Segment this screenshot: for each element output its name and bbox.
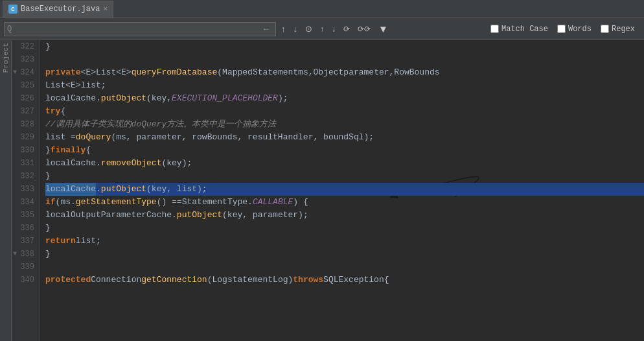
line-number: 337 — [14, 235, 34, 248]
search-input-wrapper: Q ← — [4, 22, 276, 36]
scope-icon: ↓ — [332, 25, 336, 34]
code-line: //调用具体子类实现的doQuery方法。本类中是一个抽象方法 — [45, 118, 644, 131]
match-case-label: Match Case — [501, 25, 548, 34]
code-line: localCache.removeObject(key); — [45, 157, 644, 170]
search-prev-button[interactable]: ↑ — [279, 23, 288, 35]
line-number: 329 — [14, 131, 34, 144]
line-number: 331 — [14, 157, 34, 170]
clear-search-button[interactable]: ← — [259, 23, 273, 35]
search-scope-button[interactable]: ↓ — [329, 23, 338, 35]
tab-close-button[interactable]: × — [103, 5, 108, 13]
line-number: ▼338 — [14, 248, 34, 261]
left-panel-label: Project — [2, 43, 10, 73]
line-number: 328 — [14, 118, 34, 131]
code-line: localOutputParameterCache.putObject(key,… — [45, 209, 644, 222]
regex-checkbox[interactable] — [601, 25, 609, 33]
editor-tab[interactable]: c BaseExecutor.java × — [3, 1, 113, 18]
words-option[interactable]: Words — [557, 25, 592, 34]
find-usages-button[interactable]: ⊙ — [303, 23, 315, 35]
line-number: 334 — [14, 196, 34, 209]
line-number: 332 — [14, 170, 34, 183]
find-in-path-button[interactable]: ↑ — [317, 23, 327, 35]
match-case-checkbox[interactable] — [490, 25, 499, 33]
line-number: ▼324 — [14, 66, 34, 79]
code-line: } — [45, 222, 644, 235]
line-number: 326 — [14, 92, 34, 105]
code-line: list = doQuery(ms, parameter, rowBounds,… — [45, 131, 644, 144]
search-input[interactable] — [14, 24, 259, 34]
code-line — [45, 53, 644, 66]
fold-icon[interactable]: ▼ — [13, 248, 17, 261]
line-number: 336 — [14, 222, 34, 235]
main-content: Project 322323▼3243253263273283293303313… — [0, 40, 644, 341]
code-line: } finally { — [45, 144, 644, 157]
file-type-icon: c — [8, 5, 17, 14]
code-line: List<E> list; — [45, 79, 644, 92]
line-number: 340 — [14, 274, 34, 287]
tab-filename: BaseExecutor.java — [21, 5, 100, 14]
line-number: 327 — [14, 105, 34, 118]
code-line: localCache.putObject(key, EXECUTION_PLAC… — [45, 92, 644, 105]
line-number: 325 — [14, 79, 34, 92]
left-panel: Project — [0, 40, 12, 341]
words-label: Words — [568, 25, 592, 34]
regex-option[interactable]: Regex — [601, 25, 635, 34]
code-line: } — [45, 248, 644, 261]
line-number: 330 — [14, 144, 34, 157]
line-number: 333 — [14, 183, 34, 196]
replace-icon: ⟳ — [343, 25, 350, 34]
filter-button[interactable]: ▼ — [376, 22, 391, 36]
code-line: return list; — [45, 235, 644, 248]
line-number: 322 — [14, 40, 34, 53]
code-line: private <E> List<E> queryFromDatabase(Ma… — [45, 66, 644, 79]
fold-icon[interactable]: ▼ — [13, 66, 17, 79]
replace-all-icon: ⟳⟳ — [358, 25, 371, 34]
code-content[interactable]: } private <E> List<E> queryFromDatabase(… — [40, 40, 644, 341]
line-numbers-gutter: 322323▼324325326327328329330331332333334… — [12, 40, 40, 341]
code-line: if (ms.getStatementType() == StatementTy… — [45, 196, 644, 209]
filter-icon: ▼ — [378, 23, 388, 34]
code-line: localCache.putObject(key, list); — [45, 183, 644, 196]
search-icon: Q — [7, 25, 12, 34]
regex-label: Regex — [612, 25, 635, 34]
code-line: protected Connection getConnection(Log s… — [45, 274, 644, 287]
search-next-button[interactable]: ↓ — [291, 23, 301, 35]
code-line: try { — [45, 105, 644, 118]
code-line: } — [45, 40, 644, 53]
replace-all-button[interactable]: ⟳⟳ — [355, 23, 373, 35]
search-path-icon: ↑ — [320, 25, 324, 34]
match-case-option[interactable]: Match Case — [490, 25, 548, 34]
find-icon: ⊙ — [305, 24, 312, 34]
code-editor[interactable]: 322323▼324325326327328329330331332333334… — [12, 40, 644, 341]
code-line — [45, 261, 644, 274]
line-number: 323 — [14, 53, 34, 66]
replace-button[interactable]: ⟳ — [341, 23, 352, 35]
line-number: 335 — [14, 209, 34, 222]
tab-bar: c BaseExecutor.java × — [0, 0, 644, 18]
line-number: 339 — [14, 261, 34, 274]
words-checkbox[interactable] — [557, 25, 566, 33]
search-bar: Q ← ↑ ↓ ⊙ ↑ ↓ ⟳ ⟳⟳ ▼ Match Case Words Re… — [0, 18, 644, 40]
code-line: } — [45, 170, 644, 183]
